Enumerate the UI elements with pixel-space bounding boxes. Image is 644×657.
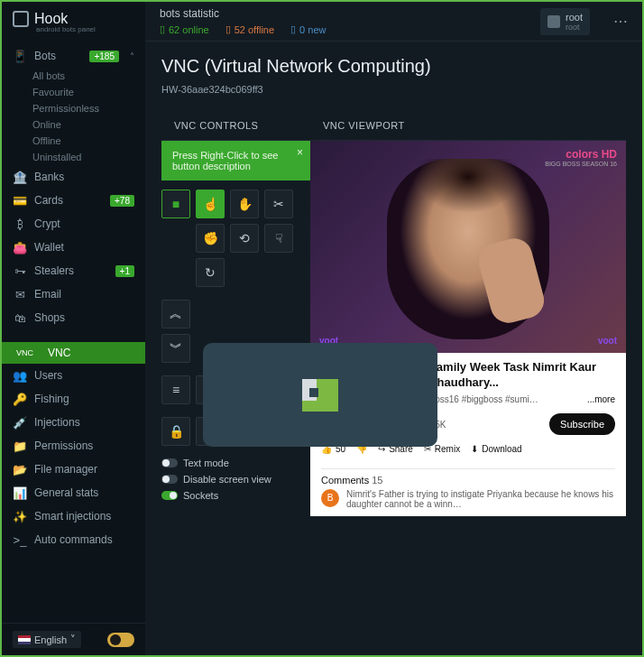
sockets-toggle[interactable]	[161, 491, 178, 500]
phone-icon: 📱	[13, 49, 27, 63]
stat-offline[interactable]: ▯52 offline	[225, 23, 274, 35]
badge: +185	[89, 51, 119, 62]
stat-online[interactable]: ▯62 online	[160, 23, 209, 35]
scroll-up-button[interactable]: ︽	[161, 300, 190, 328]
lock1-button[interactable]: 🔒	[161, 417, 190, 446]
nav-label: Smart injections	[34, 510, 134, 523]
disable-screen-toggle[interactable]	[161, 475, 178, 484]
viewport-content[interactable]: colors HD BIGG BOSS SEASON 16 voot voot …	[310, 141, 626, 516]
more-menu[interactable]: ⋯	[613, 13, 628, 30]
nav-sub-item[interactable]: Online	[2, 116, 145, 133]
stat-new[interactable]: ▯0 new	[290, 23, 326, 35]
comments-count: 15	[372, 475, 382, 486]
close-icon[interactable]: ×	[297, 146, 303, 159]
nav-item[interactable]: 👥Users	[2, 364, 145, 387]
toggle-label: Text mode	[183, 458, 229, 468]
nav-item[interactable]: 📊General stats	[2, 481, 145, 504]
nav-icon: >_	[13, 532, 27, 547]
nav-sub-item[interactable]: Favourite	[2, 84, 145, 100]
nav-item[interactable]: VNCVNC	[2, 342, 145, 364]
tap-button[interactable]: ☝	[196, 190, 225, 218]
nav-icon: ✉	[13, 287, 27, 301]
nav-item[interactable]: 🗝Stealers+1	[2, 259, 145, 282]
badge: +78	[110, 195, 134, 207]
nav-item[interactable]: 🔑Fishing	[2, 387, 145, 411]
comments-label: Comments	[321, 475, 369, 486]
viewport-header: VNC VIEWPORT	[310, 111, 626, 141]
main: bots statistic ▯62 online ▯52 offline ▯0…	[145, 2, 642, 655]
phone-icon: ▯	[160, 23, 165, 35]
nav-item[interactable]: 📂File manager	[2, 458, 145, 481]
hint-box: Press Right-Click to see button descript…	[161, 141, 310, 180]
page-title: VNC (Virtual Network Computing)	[161, 56, 626, 77]
hint-text: Press Right-Click to see button descript…	[172, 150, 278, 171]
nav-label: Cards	[34, 194, 103, 207]
toggle-label: Disable screen view	[183, 474, 271, 485]
nav-item[interactable]: ₿Crypt	[2, 212, 145, 236]
menu-button[interactable]: ≡	[161, 375, 190, 404]
comment-row[interactable]: B Nimrit's Father is trying to instigate…	[321, 489, 615, 509]
nav-icon: 🔑	[13, 392, 27, 406]
gesture2-button[interactable]: ⟲	[230, 224, 259, 253]
nav-label: VNC	[48, 347, 134, 359]
stop-button[interactable]: ■	[161, 190, 190, 218]
scroll-down-button[interactable]: ︾	[161, 334, 190, 363]
language-selector[interactable]: English ˅	[13, 631, 81, 648]
nav-label: Crypt	[34, 217, 134, 230]
nav-icon: 🏦	[13, 170, 27, 184]
nav-sub-item[interactable]: All bots	[2, 68, 145, 84]
voot-watermark: voot	[598, 336, 617, 346]
comment-avatar: B	[321, 489, 339, 507]
nav-item[interactable]: 💳Cards+78	[2, 189, 145, 212]
nav-item[interactable]: 🏦Banks	[2, 165, 145, 189]
more-link[interactable]: ...more	[587, 394, 615, 404]
nav: 📱 Bots +185 ˄ All botsFavouritePermissio…	[2, 41, 145, 623]
nav-item[interactable]: 🛍Shops	[2, 306, 145, 329]
gesture4-button[interactable]: ↻	[196, 258, 225, 287]
sidebar: Hook android bots panel 📱 Bots +185 ˄ Al…	[2, 2, 145, 655]
nav-label: Bots	[34, 50, 82, 62]
avatar-icon	[547, 15, 560, 28]
nav-sub-item[interactable]: Uninstalled	[2, 149, 145, 165]
nav-icon: ₿	[13, 217, 27, 231]
gesture3-button[interactable]: ☟	[264, 224, 293, 253]
download-button[interactable]: ⬇Download	[471, 444, 521, 454]
nav-icon: 📂	[13, 462, 27, 477]
nav-label: Auto commands	[34, 533, 134, 546]
overlay-popup[interactable]	[203, 343, 437, 447]
subscribe-button[interactable]: Subscribe	[549, 413, 615, 435]
nav-icon: 🛍	[13, 310, 27, 325]
topbar: bots statistic ▯62 online ▯52 offline ▯0…	[145, 2, 642, 42]
nav-sub-item[interactable]: Permissionless	[2, 100, 145, 116]
vnc-tag-icon: VNC	[13, 347, 37, 358]
cut-button[interactable]: ✂	[264, 190, 293, 218]
double-tap-button[interactable]: ✋	[230, 190, 259, 218]
device-id: HW-36aae324bc069ff3	[161, 84, 626, 95]
text-mode-toggle[interactable]	[161, 458, 178, 467]
user-menu[interactable]: root root	[540, 8, 590, 35]
nav-sub-item[interactable]: Offline	[2, 133, 145, 149]
nav-label: General stats	[34, 486, 134, 499]
app-tagline: android bots panel	[25, 25, 145, 41]
nav-label: Banks	[34, 171, 134, 183]
nav-icon: 💉	[13, 415, 27, 430]
toggle-label: Sockets	[183, 490, 218, 501]
channel-logo: colors HD	[566, 148, 617, 161]
nav-item[interactable]: 💉Injections	[2, 411, 145, 434]
phone-icon: ▯	[225, 23, 231, 35]
controls-panel: VNC CONTROLS Press Right-Click to see bu…	[161, 111, 310, 516]
nav-icon: 👥	[13, 368, 27, 383]
nav-label: Wallet	[34, 241, 134, 254]
gesture1-button[interactable]: ✊	[196, 224, 225, 253]
nav-icon: 📊	[13, 486, 27, 500]
nav-item[interactable]: 👛Wallet	[2, 236, 145, 259]
nav-item[interactable]: ✉Email	[2, 282, 145, 306]
nav-item[interactable]: ✨Smart injections	[2, 504, 145, 528]
chevron-up-icon: ˄	[130, 51, 134, 61]
nav-bots[interactable]: 📱 Bots +185 ˄	[2, 44, 145, 68]
nav-item[interactable]: >_Auto commands	[2, 528, 145, 551]
nav-item[interactable]: 📁Permissions	[2, 434, 145, 458]
nav-icon: 👛	[13, 240, 27, 254]
nav-label: Email	[34, 288, 134, 301]
theme-toggle[interactable]	[107, 633, 134, 647]
